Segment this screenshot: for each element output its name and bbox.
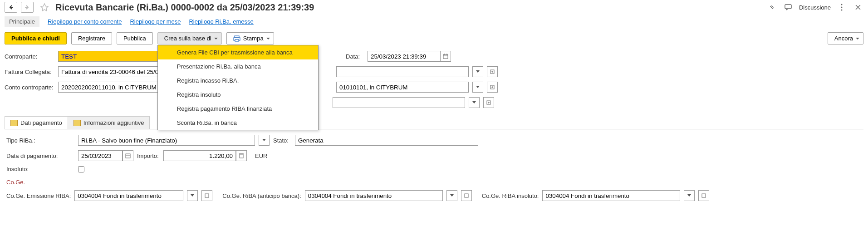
right-dd-2[interactable] (472, 82, 483, 93)
close-icon[interactable] (853, 2, 863, 13)
subtab-info-aggiuntive[interactable]: Informazioni aggiuntive (68, 116, 150, 129)
svg-rect-9 (443, 54, 448, 59)
data-pagamento-label: Data di pagamento: (6, 153, 74, 159)
stampa-button[interactable]: Stampa (226, 32, 274, 44)
right-open-3[interactable] (483, 97, 494, 108)
conto-controparte-input[interactable] (58, 82, 167, 93)
dropdown-item-presentazione[interactable]: Presentazione Ri.Ba. alla banca (158, 59, 318, 74)
tab-riepilogo-conto[interactable]: Riepilogo per conto corrente (48, 16, 122, 27)
data-pagamento-calendar[interactable] (123, 150, 133, 161)
coge-emissione-label: Co.Ge. Emissione RIBA: (6, 192, 71, 199)
chat-icon[interactable] (783, 2, 794, 13)
coge-emissione-open[interactable] (201, 190, 212, 201)
nav-back-button[interactable] (5, 2, 17, 13)
svg-rect-2 (785, 5, 791, 9)
arrow-right-icon (25, 5, 30, 10)
favorite-star-icon[interactable] (39, 2, 50, 13)
pubblica-chiudi-button[interactable]: Pubblica e chiudi (5, 32, 67, 44)
nav-forward-button[interactable] (21, 2, 34, 13)
right-input-2[interactable] (336, 82, 469, 93)
data-calendar-button[interactable] (440, 51, 451, 62)
more-icon[interactable] (836, 2, 847, 13)
calendar-icon (125, 153, 131, 158)
svg-rect-21 (465, 194, 468, 197)
open-icon (490, 85, 495, 89)
coge-emissione-input[interactable] (74, 190, 183, 201)
fattura-label: Fattura Collegata: (5, 69, 54, 75)
tab-principale[interactable]: Principale (5, 16, 39, 27)
chevron-down-icon (191, 194, 194, 197)
arrow-left-icon (8, 5, 14, 10)
dropdown-item-registra-insoluto[interactable]: Registra insoluto (158, 88, 318, 102)
coge-insoluto-dd[interactable] (684, 190, 695, 201)
dropdown-item-sconta[interactable]: Sconta Ri.Ba. in banca (158, 116, 318, 130)
svg-rect-22 (702, 194, 706, 197)
calendar-icon (443, 54, 448, 59)
insoluto-checkbox[interactable] (78, 166, 84, 172)
coge-insoluto-input[interactable] (542, 190, 680, 201)
coge-section-header: Co.Ge. (6, 179, 863, 186)
tab-riepilogo-riba[interactable]: Riepilogo Ri.Ba. emesse (189, 16, 253, 27)
coge-riba-open[interactable] (461, 190, 472, 201)
coge-riba-dd[interactable] (446, 190, 457, 201)
open-icon (205, 193, 209, 198)
subtab-dati-pagamento[interactable]: Dati pagamento (5, 116, 68, 129)
fattura-input[interactable] (58, 66, 167, 77)
stato-label: Stato: (273, 137, 291, 144)
data-pagamento-input[interactable] (78, 150, 123, 161)
svg-point-4 (841, 7, 843, 8)
subtab-dati-label: Dati pagamento (20, 119, 62, 126)
tipo-riba-label: Tipo RiBa.: (6, 137, 74, 144)
tipo-riba-input[interactable] (78, 135, 255, 146)
svg-point-5 (841, 10, 843, 11)
chevron-down-icon (450, 194, 454, 197)
right-open-2[interactable] (487, 82, 498, 93)
stampa-label: Stampa (243, 35, 264, 42)
dropdown-item-registra-incasso[interactable]: Registra incasso Ri.BA. (158, 74, 318, 88)
right-dd-3[interactable] (469, 97, 480, 108)
printer-icon (233, 35, 240, 42)
svg-rect-8 (235, 39, 239, 41)
conto-controparte-label: Conto controparte: (5, 84, 54, 91)
dropdown-item-genera-cbi[interactable]: Genera File CBI per trasmissione alla ba… (158, 45, 318, 59)
data-input[interactable] (368, 51, 440, 62)
open-icon (490, 69, 495, 74)
open-icon (701, 193, 706, 198)
coge-insoluto-open[interactable] (698, 190, 709, 201)
subtab-info-label: Informazioni aggiuntive (83, 119, 144, 126)
chevron-down-icon (687, 194, 691, 197)
crea-sulla-base-button[interactable]: Crea sulla base di (157, 32, 222, 44)
controparte-label: Controparte: (5, 53, 54, 60)
open-icon (464, 193, 469, 198)
coge-riba-label: Co.Ge. RiBA (anticipo banca): (222, 192, 301, 199)
chevron-down-icon (476, 86, 480, 89)
coge-riba-input[interactable] (305, 190, 443, 201)
open-icon (486, 100, 491, 105)
folder-info-icon (10, 120, 18, 126)
svg-point-3 (841, 4, 843, 5)
discussione-label[interactable]: Discussione (799, 4, 831, 11)
coge-insoluto-label: Co.Ge. RiBA insoluto: (482, 192, 539, 199)
tab-riepilogo-mese[interactable]: Riepilogo per mese (130, 16, 181, 27)
pubblica-button[interactable]: Pubblica (117, 32, 153, 44)
link-icon[interactable] (766, 2, 777, 13)
registrare-button[interactable]: Registrare (71, 32, 112, 44)
chevron-down-icon (472, 101, 476, 104)
stato-input[interactable] (295, 135, 478, 146)
importo-label: Importo: (137, 153, 160, 159)
importo-input[interactable] (163, 150, 236, 161)
right-open-1[interactable] (487, 66, 498, 77)
data-label: Data: (346, 53, 364, 60)
right-dd-1[interactable] (472, 66, 483, 77)
chevron-down-icon (262, 139, 266, 142)
coge-emissione-dd[interactable] (187, 190, 198, 201)
importo-calc-button[interactable] (236, 150, 247, 161)
folder-gear-icon (74, 120, 81, 126)
svg-rect-16 (126, 154, 130, 158)
insoluto-label: Insoluto: (6, 166, 74, 172)
ancora-button[interactable]: Ancora (828, 32, 863, 44)
dropdown-item-registra-pagamento[interactable]: Registra pagamento RIBA finanziata (158, 102, 318, 116)
right-input-1[interactable] (336, 66, 469, 77)
tipo-riba-dd[interactable] (259, 135, 270, 146)
right-input-3[interactable] (333, 97, 465, 108)
